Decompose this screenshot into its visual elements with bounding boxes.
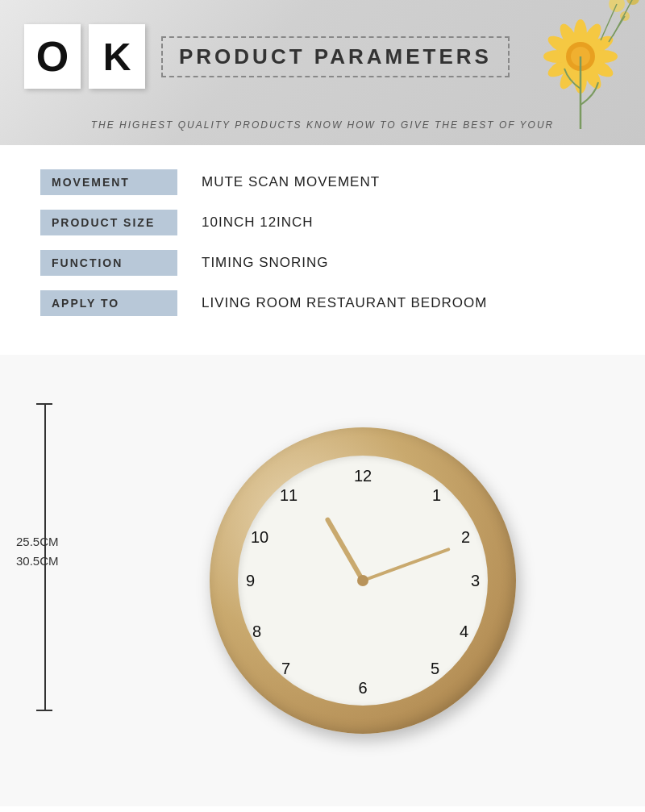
svg-point-15 [626,0,639,5]
letter-o: O [24,24,81,89]
clock-num-7: 7 [281,660,290,678]
param-row-function: FUNCTION TIMING SNORING [40,250,605,276]
svg-line-18 [601,4,617,40]
clock-num-3: 3 [471,572,480,590]
param-label-movement: MOVEMENT [40,169,177,195]
clock-outer-ring: 12 1 2 3 4 5 6 7 8 9 10 11 [210,427,516,734]
clock-num-8: 8 [252,623,261,641]
param-value-movement: MUTE SCAN MOVEMENT [177,174,380,190]
clock-hour-hand [324,517,364,582]
header-section: O K PRODUCT PARAMETERS THE HIGHEST QUALI… [0,0,645,145]
letter-k: K [89,24,145,89]
clock-num-5: 5 [431,660,439,678]
clock-num-2: 2 [461,528,470,547]
header-subtitle: THE HIGHEST QUALITY PRODUCTS KNOW HOW TO… [0,119,645,131]
clock-num-10: 10 [251,528,268,547]
clock-num-9: 9 [246,572,255,590]
params-section: MOVEMENT MUTE SCAN MOVEMENT PRODUCT SIZE… [0,145,645,355]
param-row-movement: MOVEMENT MUTE SCAN MOVEMENT [40,169,605,195]
param-value-function: TIMING SNORING [177,255,329,271]
svg-line-20 [609,16,625,42]
size-bottom-tick [36,710,52,711]
clock-num-12: 12 [354,467,372,485]
param-row-size: PRODUCT SIZE 10INCH 12INCH [40,210,605,235]
clock-wrapper: 12 1 2 3 4 5 6 7 8 9 10 11 [210,427,516,734]
size-label-1: 25.5CM [16,532,59,552]
clock-num-4: 4 [460,623,468,641]
param-row-apply: APPLY TO LIVING ROOM RESTAURANT BEDROOM [40,290,605,316]
clock-center-dot [357,575,368,586]
svg-point-14 [609,0,625,12]
param-value-size: 10INCH 12INCH [177,214,314,231]
clock-num-6: 6 [358,679,367,697]
clock-face: 12 1 2 3 4 5 6 7 8 9 10 11 [238,456,488,706]
clock-minute-hand [362,548,450,582]
clock-num-11: 11 [280,486,298,505]
header-title: PRODUCT PARAMETERS [161,36,510,77]
size-label-2: 30.5CM [16,552,59,571]
param-value-apply: LIVING ROOM RESTAURANT BEDROOM [177,295,487,311]
param-label-size: PRODUCT SIZE [40,210,177,235]
param-label-function: FUNCTION [40,250,177,276]
clock-num-1: 1 [432,486,441,505]
ok-letters: O K [24,24,145,89]
param-label-apply: APPLY TO [40,290,177,316]
size-labels: 25.5CM 30.5CM [16,532,59,571]
size-top-tick [36,403,52,405]
clock-section: 25.5CM 30.5CM 12 1 2 3 4 5 6 7 8 9 10 11 [0,355,645,806]
